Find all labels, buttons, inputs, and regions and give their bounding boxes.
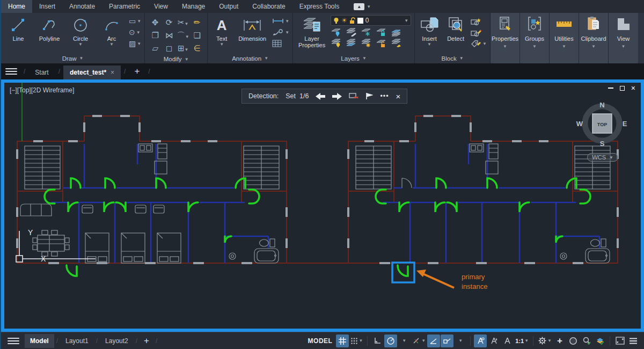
leader-button[interactable]: ▼ bbox=[272, 27, 289, 37]
text-button[interactable]: A Text ▼ bbox=[211, 15, 232, 47]
array-icon[interactable]: ⊞▼ bbox=[178, 43, 189, 53]
layer-lock-icon[interactable] bbox=[376, 28, 386, 37]
viewcube-east[interactable]: E bbox=[623, 120, 627, 128]
layer-on-icon[interactable] bbox=[331, 28, 341, 37]
autoscale-toggle[interactable] bbox=[487, 335, 500, 347]
modify-panel-label[interactable]: Modify▼ bbox=[145, 55, 207, 63]
insert-block-button[interactable]: Insert ▼ bbox=[418, 15, 441, 47]
mirror-icon[interactable]: ⋈ bbox=[165, 31, 173, 40]
draw-panel-label[interactable]: Draw▼ bbox=[1, 53, 144, 63]
new-drawing-button[interactable]: + bbox=[129, 65, 145, 79]
layer-match-icon[interactable] bbox=[391, 28, 401, 37]
panel-view[interactable]: View ▼ bbox=[609, 13, 638, 63]
table-button[interactable] bbox=[272, 39, 289, 48]
move-icon[interactable]: ✥ bbox=[152, 18, 159, 27]
panel-utilities[interactable]: Utilities ▼ bbox=[550, 13, 579, 63]
offset-icon[interactable]: ∈ bbox=[194, 43, 201, 53]
tab-parametric[interactable]: Parametric bbox=[102, 0, 147, 13]
panel-groups[interactable]: Groups ▼ bbox=[520, 13, 550, 63]
annotation-scale-icon[interactable] bbox=[501, 335, 514, 347]
close-icon[interactable]: × bbox=[631, 85, 635, 91]
arc-button[interactable]: Arc ▼ bbox=[98, 15, 126, 47]
sync-selection-icon[interactable] bbox=[349, 92, 358, 100]
polar-dropdown[interactable]: ▼ bbox=[398, 335, 411, 347]
annotation-panel-label[interactable]: Annotation▼ bbox=[208, 53, 292, 63]
graphics-performance-button[interactable] bbox=[594, 335, 606, 347]
ellipse-tool-button[interactable]: ⊙▼ bbox=[129, 27, 141, 37]
layer-isolate-icon[interactable] bbox=[331, 39, 341, 47]
viewport-controls[interactable]: [−][Top][2D Wireframe] bbox=[10, 86, 74, 94]
tab-express-tools[interactable]: Express Tools bbox=[292, 0, 346, 13]
erase-icon[interactable]: ✏ bbox=[194, 18, 201, 27]
restore-icon[interactable] bbox=[620, 86, 625, 91]
previous-arrow-icon[interactable] bbox=[316, 93, 325, 100]
wcs-dropdown[interactable]: WCS▼ bbox=[587, 153, 618, 162]
layer-properties-button[interactable]: LayerProperties bbox=[296, 15, 327, 48]
ribbon-display-button[interactable]: ▲ ▼ bbox=[354, 0, 371, 13]
create-block-button[interactable] bbox=[471, 16, 487, 26]
polyline-button[interactable]: Polyline bbox=[35, 15, 63, 42]
dimension-button[interactable]: Dimension bbox=[236, 15, 269, 42]
object-snap-dropdown[interactable]: ▼ bbox=[454, 335, 467, 347]
new-layout-button[interactable]: + bbox=[140, 336, 153, 346]
trim-icon[interactable]: ✂▼ bbox=[178, 18, 189, 27]
next-arrow-icon[interactable] bbox=[332, 93, 342, 100]
isometric-drafting-toggle[interactable]: ▼ bbox=[411, 335, 427, 347]
fullscreen-button[interactable] bbox=[613, 335, 626, 347]
tab-collaborate[interactable]: Collaborate bbox=[245, 0, 292, 13]
annotation-visibility-toggle[interactable] bbox=[474, 335, 487, 347]
ortho-toggle[interactable] bbox=[371, 335, 384, 347]
snap-toggle[interactable]: ▼ bbox=[349, 335, 364, 347]
tab-manage[interactable]: Manage bbox=[175, 0, 212, 13]
polar-tracking-toggle[interactable] bbox=[384, 335, 397, 347]
edit-block-button[interactable] bbox=[471, 27, 487, 37]
layout1-tab[interactable]: Layout1 bbox=[60, 334, 94, 348]
grid-toggle[interactable] bbox=[336, 335, 349, 347]
model-tab[interactable]: Model bbox=[25, 334, 54, 348]
flag-icon[interactable] bbox=[365, 92, 373, 100]
viewcube-south[interactable]: S bbox=[600, 140, 605, 148]
object-snap-toggle[interactable] bbox=[441, 335, 453, 347]
tab-annotate[interactable]: Annotate bbox=[62, 0, 102, 13]
tab-insert[interactable]: Insert bbox=[32, 0, 62, 13]
layer-unlock-icon[interactable] bbox=[376, 39, 386, 47]
isolate-objects-button[interactable] bbox=[567, 335, 580, 347]
hatch-tool-button[interactable]: ▨▼ bbox=[129, 39, 141, 48]
layer-dropdown[interactable]: ☀ 0 ▼ bbox=[331, 15, 411, 26]
fillet-icon[interactable]: ⌒▼ bbox=[177, 31, 189, 41]
model-space-badge[interactable]: MODEL bbox=[308, 337, 333, 345]
tab-home[interactable]: Home bbox=[1, 0, 32, 13]
scale-icon[interactable]: ◻ bbox=[166, 43, 172, 53]
layer-edit-icon[interactable] bbox=[346, 28, 356, 37]
minimize-icon[interactable] bbox=[608, 88, 613, 89]
detect-button[interactable]: Detect bbox=[444, 15, 467, 42]
panel-properties[interactable]: Properties ▼ bbox=[491, 13, 520, 63]
viewcube-west[interactable]: W bbox=[576, 120, 583, 128]
rectangle-tool-button[interactable]: ▭▼ bbox=[129, 16, 141, 26]
object-snap-tracking-toggle[interactable] bbox=[427, 335, 440, 347]
layout2-tab[interactable]: Layout2 bbox=[100, 334, 134, 348]
explode-icon[interactable]: ❏ bbox=[193, 31, 200, 40]
primary-instance-box[interactable] bbox=[392, 263, 414, 282]
block-panel-label[interactable]: Block▼ bbox=[415, 53, 490, 63]
copy-icon[interactable]: ❐ bbox=[151, 31, 158, 40]
viewcube-north[interactable]: N bbox=[599, 101, 604, 109]
circle-button[interactable]: Circle ▼ bbox=[67, 15, 94, 47]
plan-crosshair-button[interactable]: + bbox=[553, 335, 566, 347]
workspace-gear-button[interactable]: ▼ bbox=[537, 335, 553, 347]
layer-freeze-icon[interactable] bbox=[361, 28, 371, 37]
close-icon[interactable]: × bbox=[396, 92, 401, 101]
edit-attributes-button[interactable]: ▼ bbox=[471, 39, 487, 48]
rotate-icon[interactable]: ⟳ bbox=[166, 18, 173, 27]
panel-clipboard[interactable]: Clipboard ▼ bbox=[579, 13, 609, 63]
annotation-scale-value[interactable]: 1:1▼ bbox=[514, 335, 530, 347]
line-button[interactable]: Line bbox=[4, 15, 32, 42]
layer-paint-icon[interactable] bbox=[391, 39, 401, 47]
more-options-icon[interactable]: ••• bbox=[380, 92, 389, 100]
layer-unisolate-icon[interactable] bbox=[346, 39, 356, 47]
layer-thaw-icon[interactable] bbox=[361, 39, 371, 47]
drawing-viewport[interactable]: [−][Top][2D Wireframe] × Detection: Set … bbox=[1, 79, 644, 332]
object-select-settings-button[interactable] bbox=[580, 335, 593, 347]
tab-view[interactable]: View bbox=[147, 0, 175, 13]
file-tab-drawing[interactable]: detect_test* × bbox=[63, 66, 121, 79]
